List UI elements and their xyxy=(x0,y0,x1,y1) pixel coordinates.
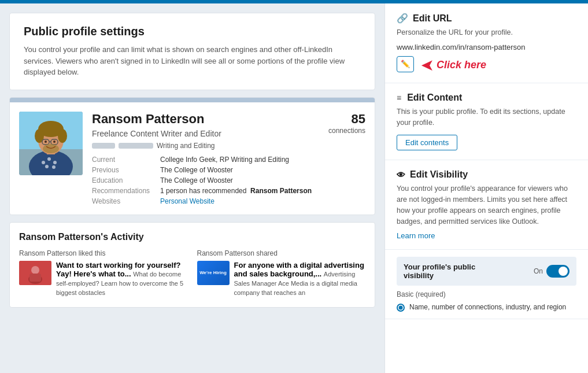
radio-item-name-text: Name, number of connections, industry, a… xyxy=(409,303,566,311)
edit-visibility-title: Edit Visibility xyxy=(410,169,468,180)
recommendations-text: 1 person has recommended xyxy=(160,187,246,195)
visibility-toggle[interactable] xyxy=(546,265,569,278)
settings-card: Public profile settings You control your… xyxy=(9,13,375,90)
current-value: College Info Geek, RP Writing and Editin… xyxy=(160,156,365,164)
activity-card: Ransom Patterson's Activity Ransom Patte… xyxy=(9,222,375,308)
svg-point-4 xyxy=(47,157,51,161)
activity-title: Ransom Patterson's Activity xyxy=(19,232,365,242)
pencil-icon: ✏️ xyxy=(401,60,410,68)
recommendations-value: 1 person has recommended Ransom Patterso… xyxy=(160,187,365,195)
edit-visibility-description: You control your profile's appearance fo… xyxy=(397,183,576,227)
eye-icon: 👁 xyxy=(397,170,405,180)
edit-url-section: 🔗 Edit URL Personalize the URL for your … xyxy=(385,3,588,83)
skills-text: Writing and Editing xyxy=(157,142,215,150)
edit-content-section: ≡ Edit Content This is your public profi… xyxy=(385,83,588,161)
activity-columns: Ransom Patterson liked this Want to st xyxy=(19,249,365,298)
public-visibility-section: Your profile's public visibility On Basi… xyxy=(385,250,588,319)
svg-point-5 xyxy=(53,161,57,164)
profile-job-title: Freelance Content Writer and Editor xyxy=(92,129,221,138)
edit-url-description: Personalize the URL for your profile. xyxy=(397,27,576,38)
profile-name: Ransom Patterson xyxy=(92,112,221,127)
svg-point-3 xyxy=(42,161,45,164)
edit-content-description: This is your public profile. To edit its… xyxy=(397,106,576,128)
websites-label: Websites xyxy=(92,197,156,205)
activity-by-2: Ransom Patterson shared xyxy=(197,249,366,257)
svg-point-12 xyxy=(58,129,67,143)
edit-contents-button[interactable]: Edit contents xyxy=(397,135,457,150)
left-panel: Public profile settings You control your… xyxy=(0,3,384,373)
education-label: Education xyxy=(92,176,156,184)
edit-url-title-row: 🔗 Edit URL xyxy=(397,13,576,24)
visibility-label: Your profile's public visibility xyxy=(404,263,496,280)
websites-value[interactable]: Personal Website xyxy=(160,197,365,205)
activity-thumb-text-2: We're Hiring xyxy=(199,270,227,275)
toggle-on-label: On xyxy=(534,267,543,275)
activity-thumb-1 xyxy=(19,261,51,285)
svg-point-7 xyxy=(52,165,56,169)
profile-name-row: Ransom Patterson Freelance Content Write… xyxy=(92,112,365,156)
edit-url-action-row: ✏️ ➤ Click here xyxy=(397,55,576,73)
toggle-row: On xyxy=(534,265,569,278)
edit-content-title: Edit Content xyxy=(407,93,462,103)
click-here-label: Click here xyxy=(437,59,486,71)
url-text: www.linkedin.com/in/ransom-patterson xyxy=(397,43,576,51)
profile-info: Ransom Patterson Freelance Content Write… xyxy=(92,112,365,205)
basic-required-label: Basic (required) xyxy=(397,290,576,298)
radio-dot-name[interactable] xyxy=(397,304,405,312)
previous-value: The College of Wooster xyxy=(160,166,365,174)
activity-col-1: Ransom Patterson liked this Want to st xyxy=(19,249,188,298)
learn-more-link[interactable]: Learn more xyxy=(397,231,435,240)
svg-point-16 xyxy=(45,141,47,143)
activity-thumb-2: We're Hiring xyxy=(197,261,230,285)
activity-item-1: Want to start working for yourself? Yay!… xyxy=(19,261,188,298)
profile-header-bar xyxy=(10,98,375,102)
previous-label: Previous xyxy=(92,166,156,174)
svg-point-6 xyxy=(45,165,49,168)
profile-card: Ransom Patterson Freelance Content Write… xyxy=(9,97,375,215)
activity-text-2: For anyone with a digital advertising an… xyxy=(234,261,366,298)
connections-label: connections xyxy=(328,127,365,135)
svg-rect-22 xyxy=(29,274,41,282)
edit-visibility-section: 👁 Edit Visibility You control your profi… xyxy=(385,160,588,250)
current-label: Current xyxy=(92,156,156,164)
main-container: Public profile settings You control your… xyxy=(0,3,588,373)
settings-description: You control your profile and can limit w… xyxy=(24,44,361,78)
activity-by-1: Ransom Patterson liked this xyxy=(19,249,188,257)
edit-url-button[interactable]: ✏️ xyxy=(397,56,414,72)
svg-point-20 xyxy=(31,266,39,274)
chain-icon: 🔗 xyxy=(397,13,408,24)
recommendations-name: Ransom Patterson xyxy=(250,187,312,195)
skill-pill-1 xyxy=(92,143,115,149)
click-here-annotation: ➤ Click here xyxy=(421,57,486,73)
avatar xyxy=(19,112,83,175)
profile-skills: Writing and Editing xyxy=(92,142,221,150)
radio-item-name: Name, number of connections, industry, a… xyxy=(397,303,576,312)
connections-count: 85 connections xyxy=(328,112,365,135)
red-arrow-icon: ➤ xyxy=(421,57,434,73)
right-panel: 🔗 Edit URL Personalize the URL for your … xyxy=(384,3,588,373)
profile-details: Current College Info Geek, RP Writing an… xyxy=(92,156,365,205)
recommendations-label: Recommendations xyxy=(92,187,156,195)
visibility-toggle-row: Your profile's public visibility On xyxy=(397,257,576,286)
connections-number: 85 xyxy=(328,112,365,127)
activity-item-2: We're Hiring For anyone with a digital a… xyxy=(197,261,366,298)
activity-text-1: Want to start working for yourself? Yay!… xyxy=(56,261,188,298)
activity-col-2: Ransom Patterson shared We're Hiring For… xyxy=(197,249,366,298)
edit-visibility-title-row: 👁 Edit Visibility xyxy=(397,169,576,180)
edit-content-title-row: ≡ Edit Content xyxy=(397,93,576,103)
bars-icon: ≡ xyxy=(397,93,401,102)
education-value: The College of Wooster xyxy=(160,176,365,184)
skill-pill-2 xyxy=(119,143,153,149)
settings-title: Public profile settings xyxy=(24,25,361,38)
profile-body: Ransom Patterson Freelance Content Write… xyxy=(10,102,375,215)
svg-point-17 xyxy=(53,141,56,143)
edit-url-title: Edit URL xyxy=(413,13,452,24)
